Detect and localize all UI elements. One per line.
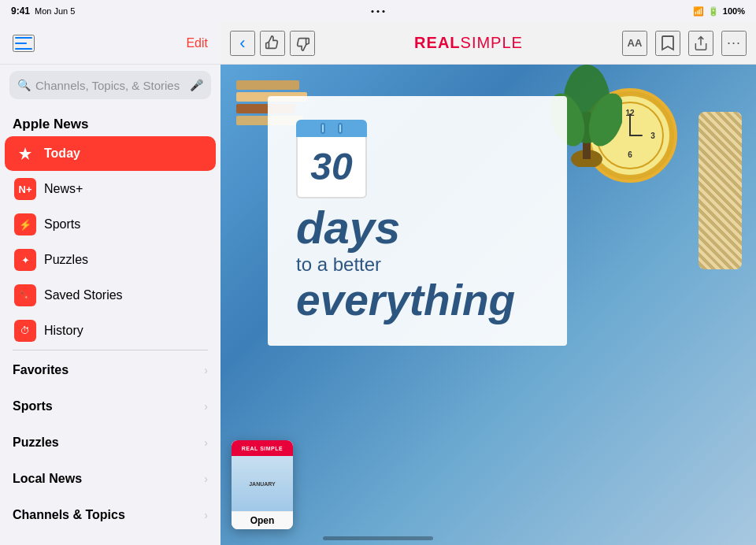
cal-ring-right — [338, 123, 343, 134]
calendar-top — [296, 120, 367, 137]
puzzles-chevron-icon: › — [204, 436, 208, 449]
thumbs-down-icon — [294, 35, 311, 52]
sidebar-header: Edit — [0, 22, 220, 65]
share-icon — [693, 35, 709, 52]
dot3 — [383, 10, 385, 13]
svg-text:3: 3 — [650, 132, 655, 140]
favorites-label: Favorites — [13, 363, 204, 377]
battery-level: 100% — [723, 6, 745, 16]
puzzles-section-label: Puzzles — [13, 436, 204, 450]
back-button[interactable]: ‹ — [230, 31, 255, 56]
status-time: 9:41 — [11, 6, 30, 17]
sidebar-section-favorites[interactable]: Favorites › — [0, 352, 220, 388]
status-bar-right: 📶 🔋 100% — [693, 6, 745, 17]
sports-nav-label: Sports — [44, 217, 206, 232]
thumb-header: REAL SIMPLE — [232, 440, 293, 456]
localnews-chevron-icon: › — [204, 473, 208, 485]
toolbar-right: AA ··· — [622, 31, 747, 56]
article-word-everything: everything — [296, 279, 539, 322]
sidebar-item-history[interactable]: ⏱ History — [5, 313, 216, 348]
sidebar-section-localnews[interactable]: Local News › — [0, 461, 220, 497]
cal-ring-left — [321, 123, 325, 134]
main-content: ‹ REALSIMPLE AA — [220, 22, 756, 545]
publication-simple: SIMPLE — [461, 34, 523, 51]
thumb-month: JANUARY — [249, 481, 276, 487]
sidebar-section-puzzles[interactable]: Puzzles › — [0, 425, 220, 461]
toolbar-left: ‹ — [230, 31, 315, 56]
font-size-button[interactable]: AA — [622, 31, 647, 56]
newsplus-label: News+ — [44, 182, 206, 196]
channels-chevron-icon: › — [204, 509, 208, 521]
history-icon: ⏱ — [14, 320, 36, 342]
rope-decoration — [699, 112, 742, 269]
sports-icon: ⚡ — [14, 213, 36, 235]
status-date: Mon Jun 5 — [35, 6, 75, 16]
calendar-number: 30 — [310, 148, 352, 186]
article-area: 12 6 3 9 — [220, 65, 756, 545]
search-bar[interactable]: 🔍 Channels, Topics, & Stories 🎤 — [9, 71, 211, 99]
puzzles-icon: ✦ — [14, 249, 36, 271]
article-word-days: days — [296, 205, 539, 250]
dot2 — [377, 10, 380, 13]
puzzles-nav-label: Puzzles — [44, 253, 206, 267]
article-card: 30 days to a better everything — [268, 96, 567, 346]
today-icon — [14, 143, 36, 165]
divider-1 — [13, 350, 208, 350]
open-button[interactable]: Open — [232, 511, 293, 529]
thumbs-up-icon — [264, 35, 281, 52]
dot1 — [372, 10, 374, 13]
today-icon-svg — [18, 146, 32, 161]
sidebar-item-sports-nav[interactable]: ⚡ Sports — [5, 207, 216, 242]
localnews-label: Local News — [13, 472, 204, 486]
article-phrase: to a better — [296, 254, 539, 276]
bookmark-icon — [661, 35, 675, 52]
publication-title: REALSIMPLE — [414, 34, 523, 52]
today-label: Today — [44, 146, 206, 161]
sports-section-label: Sports — [13, 399, 204, 413]
more-button[interactable]: ··· — [721, 31, 747, 56]
sidebar-toggle-icon — [15, 37, 32, 50]
thumbs-up-button[interactable] — [260, 31, 285, 56]
home-indicator — [323, 536, 433, 540]
calendar-decoration: 30 — [296, 120, 539, 198]
newsplus-icon: N+ — [14, 178, 36, 200]
thumbnail-popup: REAL SIMPLE JANUARY Open — [232, 440, 293, 529]
sidebar-item-newsplus[interactable]: N+ News+ — [5, 172, 216, 206]
status-bar-left: 9:41 Mon Jun 5 — [11, 6, 75, 17]
thumbnail-image: REAL SIMPLE JANUARY — [232, 440, 293, 511]
svg-text:6: 6 — [628, 150, 632, 159]
apple-news-header: Apple News — [0, 106, 220, 135]
history-label: History — [44, 324, 206, 338]
sidebar-section-siri[interactable]: Suggested by Siri › — [0, 533, 220, 545]
thumb-publication: REAL SIMPLE — [242, 446, 283, 451]
sidebar-section-sports[interactable]: Sports › — [0, 388, 220, 425]
sports-chevron-icon: › — [204, 400, 208, 413]
sidebar-nav: Apple News Today N+ News+ — [0, 106, 220, 545]
edit-button[interactable]: Edit — [186, 36, 208, 50]
sidebar: Edit 🔍 Channels, Topics, & Stories 🎤 App… — [0, 22, 220, 545]
sidebar-item-saved[interactable]: 🔖 Saved Stories — [5, 278, 216, 313]
wifi-icon: 📶 — [693, 6, 704, 17]
microphone-icon[interactable]: 🎤 — [190, 79, 203, 91]
sidebar-section-channels[interactable]: Channels & Topics › — [0, 497, 220, 533]
toolbar-center: REALSIMPLE — [321, 34, 616, 52]
saved-icon: 🔖 — [14, 284, 36, 306]
publication-real: REAL — [414, 34, 460, 51]
saved-label: Saved Stories — [44, 288, 206, 302]
sidebar-item-puzzles-nav[interactable]: ✦ Puzzles — [5, 243, 216, 277]
bookmark-button[interactable] — [655, 31, 680, 56]
thumbs-down-button[interactable] — [290, 31, 315, 56]
toolbar: ‹ REALSIMPLE AA — [220, 22, 756, 65]
sidebar-item-today[interactable]: Today — [5, 136, 216, 171]
calendar-icon: 30 — [296, 120, 367, 198]
status-bar-center — [372, 10, 385, 13]
share-button[interactable] — [688, 31, 713, 56]
favorites-chevron-icon: › — [204, 364, 208, 376]
channels-label: Channels & Topics — [13, 508, 204, 522]
sidebar-toggle-button[interactable] — [13, 35, 35, 52]
status-bar: 9:41 Mon Jun 5 📶 🔋 100% — [0, 0, 756, 22]
thumb-body: JANUARY — [232, 456, 293, 511]
search-icon: 🔍 — [17, 79, 31, 91]
search-placeholder: Channels, Topics, & Stories — [35, 79, 185, 92]
svg-marker-0 — [19, 147, 32, 160]
